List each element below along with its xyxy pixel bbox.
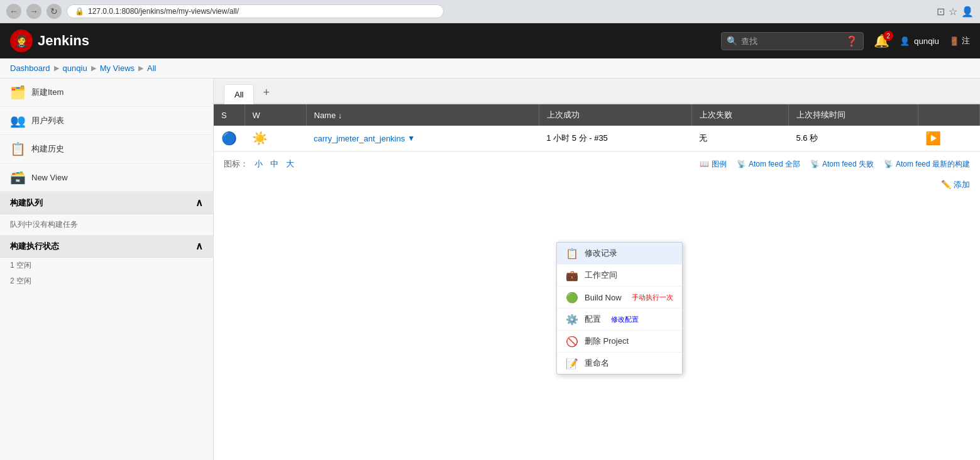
jenkins-logo-icon: 🤵	[10, 30, 33, 52]
col-actions	[918, 104, 979, 126]
dropdown-arrow-icon[interactable]: ▼	[407, 134, 415, 143]
breadcrumb-all[interactable]: All	[147, 63, 156, 73]
breadcrumb-dashboard[interactable]: Dashboard	[10, 63, 50, 73]
context-menu-icon: 🚫	[566, 335, 578, 348]
build-queue-label: 构建队列	[10, 197, 43, 209]
lock-icon: 🔒	[75, 7, 84, 16]
status-cell: 🔵	[214, 126, 245, 151]
profile-icon[interactable]: 👤	[961, 6, 974, 18]
legend-icon: 📖	[700, 160, 709, 168]
table-row: 🔵 ☀️ carry_jmeter_ant_jenkins ▼ 1 小时 5 分…	[214, 126, 980, 151]
sidebar-new-item-label: 新建Item	[31, 87, 63, 98]
forward-button[interactable]: →	[26, 4, 41, 19]
context-menu-icon: 💼	[566, 269, 578, 282]
atom-fail-link[interactable]: 📡 Atom feed 失败	[810, 159, 874, 170]
tab-add-button[interactable]: +	[256, 82, 276, 103]
add-view-button[interactable]: ✏️ 添加	[941, 179, 970, 190]
main-layout: 🗂️ 新建Item 👥 用户列表 📋 构建历史 🗃️ New View 构建队列…	[0, 79, 980, 460]
atom-all-link[interactable]: 📡 Atom feed 全部	[737, 159, 800, 170]
atom-latest-label: Atom feed 最新的构建	[896, 159, 970, 170]
help-icon[interactable]: ❓	[845, 35, 858, 47]
build-queue-toggle[interactable]: ∧	[195, 197, 203, 209]
context-menu-label: Build Now	[585, 293, 622, 302]
name-cell: carry_jmeter_ant_jenkins ▼	[306, 126, 539, 151]
context-menu-icon: 📝	[566, 357, 578, 370]
jenkins-logo-text: Jenkins	[38, 33, 89, 49]
col-last-fail: 上次失败	[691, 104, 788, 126]
notification-button[interactable]: 🔔 2	[874, 33, 889, 48]
context-menu-item[interactable]: ⚙️ 配置 修改配置	[557, 309, 682, 331]
context-menu-icon: 🟢	[566, 291, 578, 304]
weather-cell: ☀️	[245, 126, 306, 151]
icon-large-link[interactable]: 大	[286, 158, 294, 170]
sidebar-item-new-item[interactable]: 🗂️ 新建Item	[0, 79, 213, 107]
sidebar-item-new-view[interactable]: 🗃️ New View	[0, 163, 213, 192]
job-link[interactable]: carry_jmeter_ant_jenkins ▼	[314, 134, 531, 143]
last-fail-cell: 无	[691, 126, 788, 151]
jenkins-header: 🤵 Jenkins 🔍 ❓ 🔔 2 👤 qunqiu 🚪 注	[0, 23, 980, 58]
atom-all-label: Atom feed 全部	[749, 159, 800, 170]
legend-link[interactable]: 📖 图例	[700, 159, 727, 170]
legend-label: 图例	[712, 159, 727, 170]
atom-latest-link[interactable]: 📡 Atom feed 最新的构建	[884, 159, 970, 170]
tab-all[interactable]: All	[224, 84, 254, 104]
build-executor-toggle[interactable]: ∧	[195, 240, 203, 252]
view-tabs: All +	[214, 79, 980, 104]
main-content: ✏️ 添加 All + S W Name ↓ 上次成功 上次失败 上次持续时间	[214, 79, 980, 460]
context-menu-label: 重命名	[585, 358, 609, 369]
build-executor-label: 构建执行状态	[10, 241, 59, 252]
screenshot-icon[interactable]: ⊡	[937, 6, 945, 18]
rss-icon-fail: 📡	[810, 160, 820, 168]
context-menu-label: 配置	[585, 314, 601, 325]
context-menu-item[interactable]: 🚫 删除 Project	[557, 331, 682, 353]
rss-icon-latest: 📡	[884, 160, 893, 168]
icon-label: 图标：	[224, 158, 248, 170]
search-input[interactable]	[741, 36, 842, 46]
context-menu: 📋 修改记录 💼 工作空间 🟢 Build Now 手动执行一次 ⚙️ 配置 修…	[556, 242, 683, 375]
last-duration-cell: 5.6 秒	[788, 126, 918, 151]
search-box: 🔍 ❓	[721, 32, 864, 50]
context-menu-item[interactable]: 🟢 Build Now 手动执行一次	[557, 287, 682, 309]
atom-fail-label: Atom feed 失败	[822, 159, 874, 170]
context-menu-label: 删除 Project	[585, 336, 629, 347]
user-icon: 👤	[900, 36, 910, 46]
sidebar-item-build-history[interactable]: 📋 构建历史	[0, 135, 213, 163]
context-menu-item[interactable]: 💼 工作空间	[557, 265, 682, 287]
bookmark-icon[interactable]: ☆	[949, 6, 957, 18]
jobs-table: S W Name ↓ 上次成功 上次失败 上次持续时间 🔵 ☀️ carry_j…	[214, 104, 980, 151]
back-button[interactable]: ←	[6, 4, 21, 19]
search-icon: 🔍	[727, 36, 737, 46]
rss-icon-all: 📡	[737, 160, 746, 168]
last-success-cell: 1 小时 5 分 - #35	[539, 126, 691, 151]
col-s: S	[214, 104, 245, 126]
new-view-icon: 🗃️	[10, 170, 25, 185]
add-view-icon: ✏️	[941, 180, 951, 189]
breadcrumb-myviews[interactable]: My Views	[100, 63, 135, 73]
header-right: 🔍 ❓ 🔔 2 👤 qunqiu 🚪 注	[721, 32, 970, 50]
login-button[interactable]: 🚪 注	[949, 35, 970, 47]
sidebar-build-history-label: 构建历史	[31, 143, 64, 155]
build-queue-section: 构建队列 ∧	[0, 192, 213, 214]
col-w: W	[245, 104, 306, 126]
jenkins-logo[interactable]: 🤵 Jenkins	[10, 30, 89, 52]
login-label: 注	[962, 35, 970, 47]
refresh-button[interactable]: ↻	[47, 4, 62, 19]
user-button[interactable]: 👤 qunqiu	[900, 36, 939, 46]
sidebar-item-users[interactable]: 👥 用户列表	[0, 107, 213, 135]
breadcrumb-qunqiu[interactable]: qunqiu	[63, 63, 87, 73]
icon-medium-link[interactable]: 中	[270, 158, 278, 170]
build-history-icon: 📋	[10, 141, 25, 156]
add-view-label: 添加	[954, 180, 970, 189]
notification-badge: 2	[883, 31, 893, 41]
icon-small-link[interactable]: 小	[255, 158, 263, 170]
col-name: Name ↓	[306, 104, 539, 126]
context-menu-item[interactable]: 📝 重命名	[557, 353, 682, 374]
executor-2: 2 空闲	[0, 273, 213, 289]
status-icon: 🔵	[221, 131, 237, 145]
context-menu-label: 工作空间	[585, 270, 617, 281]
context-menu-item[interactable]: 📋 修改记录	[557, 243, 682, 265]
context-menu-icon: ⚙️	[566, 313, 578, 326]
breadcrumb-sep-2: ▶	[91, 64, 96, 72]
browser-actions: ⊡ ☆ 👤	[937, 6, 974, 18]
run-icon[interactable]: ▶️	[925, 131, 941, 145]
